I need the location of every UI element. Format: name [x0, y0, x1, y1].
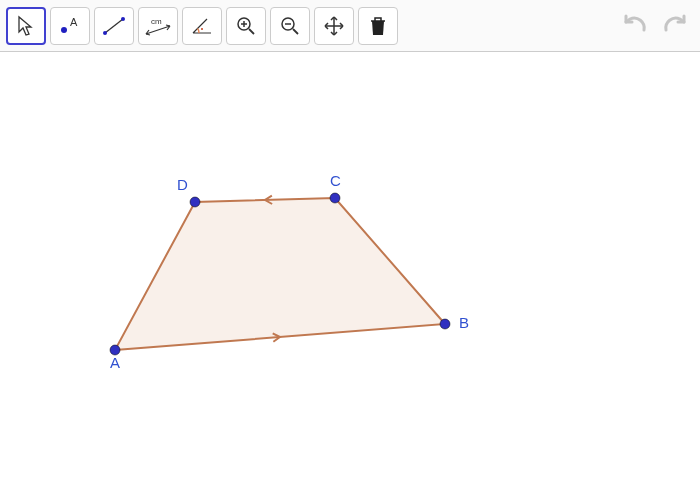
line-icon: [101, 15, 127, 37]
svg-text:cm: cm: [151, 17, 162, 26]
vertex-b[interactable]: [440, 319, 450, 329]
trash-icon: [368, 15, 388, 37]
cursor-icon: [16, 15, 36, 37]
svg-point-2: [103, 31, 107, 35]
toolbar: A cm: [0, 0, 700, 52]
tool-zoom-out[interactable]: [270, 7, 310, 45]
vertex-label-c: C: [330, 172, 341, 189]
tool-line[interactable]: [94, 7, 134, 45]
svg-point-0: [61, 27, 67, 33]
zoom-out-icon: [279, 15, 301, 37]
geometry-svg: ABCD: [0, 52, 700, 500]
svg-point-6: [201, 28, 203, 30]
undo-redo-group: [620, 8, 690, 40]
tool-angle[interactable]: [182, 7, 222, 45]
vertex-label-a: A: [110, 354, 120, 371]
tool-pan[interactable]: [314, 7, 354, 45]
redo-button[interactable]: [658, 8, 690, 40]
undo-button[interactable]: [620, 8, 652, 40]
angle-icon: [189, 15, 215, 37]
distance-icon: cm: [143, 15, 173, 37]
tool-delete[interactable]: [358, 7, 398, 45]
svg-line-12: [293, 29, 298, 34]
tool-distance[interactable]: cm: [138, 7, 178, 45]
zoom-in-icon: [235, 15, 257, 37]
tool-move[interactable]: [6, 7, 46, 45]
point-icon: A: [57, 15, 83, 37]
pan-icon: [323, 15, 345, 37]
svg-point-3: [121, 17, 125, 21]
svg-line-1: [105, 19, 123, 33]
shape-trapezoid[interactable]: [115, 198, 445, 350]
redo-icon: [660, 12, 688, 36]
vertex-d[interactable]: [190, 197, 200, 207]
vertex-label-b: B: [459, 314, 469, 331]
undo-icon: [622, 12, 650, 36]
point-label-a: A: [70, 16, 78, 28]
geometry-canvas[interactable]: ABCD: [0, 52, 700, 500]
vertex-c[interactable]: [330, 193, 340, 203]
svg-line-8: [249, 29, 254, 34]
tool-point[interactable]: A: [50, 7, 90, 45]
vertex-label-d: D: [177, 176, 188, 193]
svg-line-5: [146, 26, 170, 34]
tool-zoom-in[interactable]: [226, 7, 266, 45]
